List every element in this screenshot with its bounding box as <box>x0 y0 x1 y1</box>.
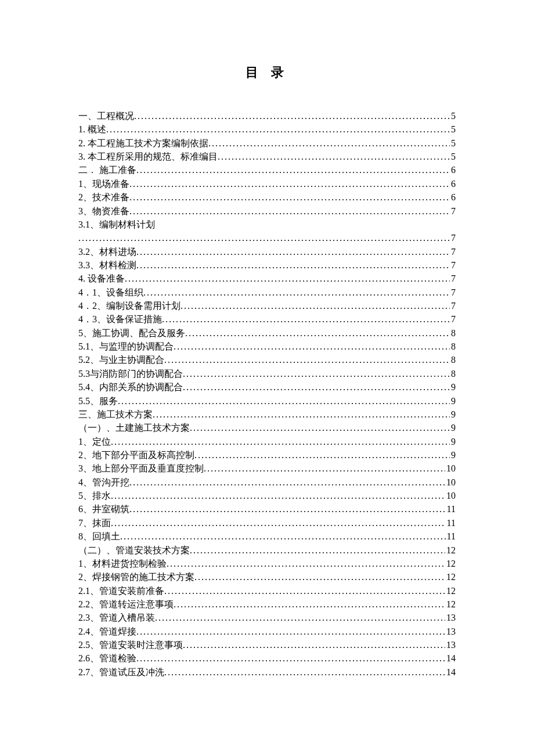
toc-entry: 2.2、管道转运注意事项12 <box>78 597 456 611</box>
toc-label: 4．1、设备组织 <box>78 286 143 299</box>
toc-page-number: 7 <box>450 299 456 312</box>
toc-label: 3、物资准备 <box>78 204 129 218</box>
toc-page-number: 9 <box>450 448 456 462</box>
toc-entry: 3、地上部分平面及垂直度控制10 <box>78 462 456 475</box>
toc-page-number: 14 <box>445 665 456 679</box>
toc-leader-dots <box>155 611 445 624</box>
toc-entry: 1、定位9 <box>78 435 456 448</box>
toc-leader-dots <box>183 380 450 394</box>
toc-page-number: 13 <box>445 625 456 638</box>
toc-entry: 3.3、材料检测7 <box>78 258 456 272</box>
toc-page-number: 7 <box>450 286 456 299</box>
toc-entry: 2.3、管道入槽吊装13 <box>78 611 456 624</box>
toc-label: 5.2、与业主协调配合 <box>78 353 164 366</box>
table-of-contents: 一、工程概况51. 概述52. 本工程施工技术方案编制依据53. 本工程所采用的… <box>78 109 456 679</box>
toc-leader-dots <box>194 448 450 462</box>
toc-leader-dots <box>208 136 450 150</box>
toc-page-number: 5 <box>450 150 456 163</box>
toc-entry: 5.2、与业主协调配合8 <box>78 353 456 366</box>
toc-leader-dots <box>218 150 450 163</box>
toc-entry: 4．3、设备保证措施7 <box>78 312 456 326</box>
toc-entry: 2.7、管道试压及冲洗14 <box>78 665 456 679</box>
toc-label: 2.3、管道入槽吊装 <box>78 611 155 624</box>
toc-leader-dots <box>164 584 445 597</box>
toc-entry: 1. 概述5 <box>78 123 456 136</box>
toc-entry: 5.3与消防部门的协调配合8 <box>78 367 456 380</box>
toc-page-number: 6 <box>450 163 456 177</box>
toc-label: 1. 概述 <box>78 123 106 136</box>
toc-entry: 7 <box>78 231 456 244</box>
toc-label: 2、焊接钢管的施工技术方案 <box>78 570 194 584</box>
toc-label: 一、工程概况 <box>78 109 134 123</box>
toc-leader-dots <box>129 476 445 489</box>
toc-entry: 2.1、管道安装前准备12 <box>78 584 456 597</box>
toc-leader-dots <box>136 258 450 272</box>
toc-leader-dots <box>111 489 445 502</box>
toc-leader-dots <box>181 299 450 312</box>
toc-label: 2.6、管道检验 <box>78 651 136 665</box>
toc-page-number: 9 <box>450 421 456 434</box>
toc-leader-dots <box>153 408 450 421</box>
toc-label: 3.3、材料检测 <box>78 258 136 272</box>
toc-leader-dots <box>111 516 446 530</box>
toc-label: 2. 本工程施工技术方案编制依据 <box>78 136 208 150</box>
toc-leader-dots <box>78 231 450 244</box>
toc-entry: 2.4、管道焊接13 <box>78 625 456 638</box>
toc-leader-dots <box>183 367 450 380</box>
toc-leader-dots <box>162 312 450 326</box>
toc-leader-dots <box>129 502 446 516</box>
toc-entry: 4. 设备准备7 <box>78 272 456 285</box>
toc-entry: 5.5、服务9 <box>78 394 456 408</box>
toc-page-number: 6 <box>450 177 456 190</box>
toc-label: 1、现场准备 <box>78 177 129 190</box>
toc-label: 3. 本工程所采用的规范、标准编目 <box>78 150 218 163</box>
toc-page-number: 14 <box>445 651 456 665</box>
toc-entry: 4．1、设备组织7 <box>78 286 456 299</box>
toc-entry: 2、焊接钢管的施工技术方案12 <box>78 570 456 584</box>
toc-leader-dots <box>125 272 450 285</box>
toc-leader-dots <box>164 353 450 366</box>
toc-page-number: 9 <box>450 408 456 421</box>
toc-entry: 二． 施工准备6 <box>78 163 456 177</box>
toc-leader-dots <box>194 570 445 584</box>
toc-page-number: 7 <box>450 245 456 258</box>
toc-label: 3.2、材料进场 <box>78 245 136 258</box>
toc-page-number: 7 <box>450 312 456 326</box>
toc-label: 4、管沟开挖 <box>78 476 129 489</box>
toc-label: 2.1、管道安装前准备 <box>78 584 164 597</box>
toc-leader-dots <box>204 462 445 475</box>
toc-leader-dots <box>129 190 450 204</box>
toc-label: 1、定位 <box>78 435 111 448</box>
toc-leader-dots <box>190 543 445 557</box>
toc-label: 5.3与消防部门的协调配合 <box>78 367 183 380</box>
toc-page-number: 10 <box>445 476 456 489</box>
toc-leader-dots <box>134 109 450 123</box>
toc-leader-dots <box>129 204 450 218</box>
toc-leader-dots <box>164 665 445 679</box>
page-title: 目 录 <box>78 64 456 81</box>
toc-page-number: 13 <box>445 638 456 651</box>
toc-label: 2.4、管道焊接 <box>78 625 136 638</box>
toc-leader-dots <box>136 245 450 258</box>
toc-page-number: 7 <box>450 231 456 244</box>
toc-leader-dots <box>136 625 445 638</box>
toc-page-number: 5 <box>450 109 456 123</box>
toc-page-number: 8 <box>450 340 456 353</box>
toc-entry: 8、回填土11 <box>78 530 456 543</box>
toc-label: 5、施工协调、配合及服务 <box>78 326 185 340</box>
toc-page-number: 7 <box>450 258 456 272</box>
toc-leader-dots <box>183 638 445 651</box>
toc-label: 5.5、服务 <box>78 394 118 408</box>
toc-page-number: 6 <box>450 190 456 204</box>
toc-label: 二． 施工准备 <box>78 163 136 177</box>
toc-label: 7、抹面 <box>78 516 111 530</box>
toc-entry: 5、施工协调、配合及服务8 <box>78 326 456 340</box>
toc-page-number: 10 <box>445 489 456 502</box>
toc-leader-dots <box>167 557 445 570</box>
toc-page-number: 11 <box>446 502 456 516</box>
toc-entry: 5、排水10 <box>78 489 456 502</box>
toc-page-number: 13 <box>445 611 456 624</box>
toc-entry: 3. 本工程所采用的规范、标准编目5 <box>78 150 456 163</box>
toc-label: 2.7、管道试压及冲洗 <box>78 665 164 679</box>
toc-label: 5、排水 <box>78 489 111 502</box>
